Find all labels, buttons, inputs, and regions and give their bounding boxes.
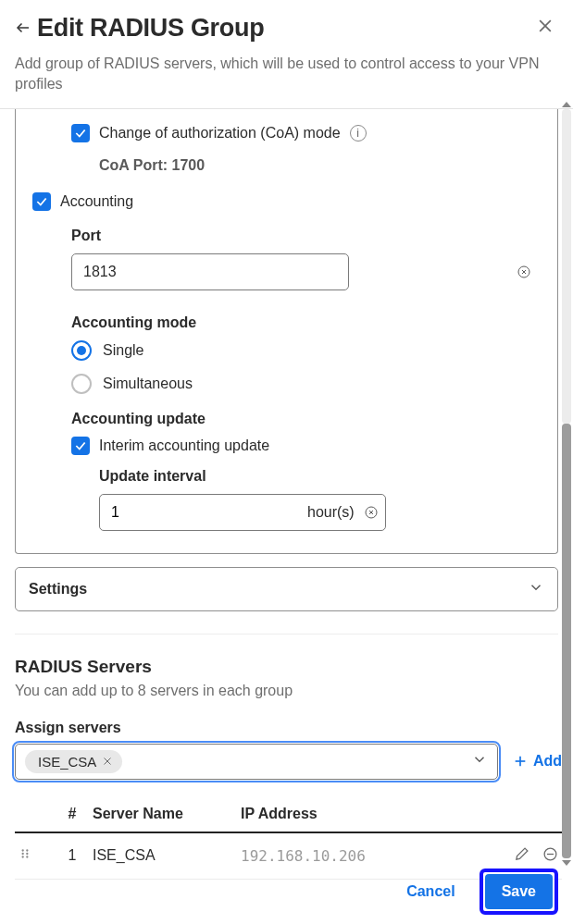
scrollbar[interactable] [562,109,571,858]
chevron-down-icon [528,579,544,599]
svg-point-13 [22,850,24,852]
accounting-port-input[interactable] [71,253,349,290]
port-label: Port [71,228,541,244]
chip-remove-icon[interactable] [102,754,113,770]
accounting-update-heading: Accounting update [71,411,541,427]
clear-icon[interactable] [364,505,379,520]
settings-accordion[interactable]: Settings [15,567,558,611]
assign-servers-combobox[interactable]: ISE_CSA [15,744,498,780]
save-highlight: Save [480,869,558,915]
svg-point-16 [26,853,28,855]
accounting-mode-simultaneous-radio[interactable] [71,374,92,394]
page-title: Edit RADIUS Group [37,14,264,43]
row-server-name: ISE_CSA [93,847,241,864]
drag-handle-icon[interactable] [19,847,52,864]
coa-port-text: CoA Port: 1700 [99,157,541,174]
settings-label: Settings [29,581,87,598]
accounting-checkbox[interactable] [32,192,51,211]
accounting-mode-label: Accounting mode [71,314,541,331]
col-server-name: Server Name [93,806,241,822]
accounting-mode-single-radio[interactable] [71,340,92,361]
accounting-mode-simultaneous-label: Simultaneous [103,376,193,392]
col-ip-address: IP Address [241,806,493,822]
svg-point-15 [22,853,24,855]
assign-servers-label: Assign servers [15,720,562,736]
clear-icon[interactable] [517,265,531,279]
row-ip-address: 192.168.10.206 [241,847,493,865]
server-chip-label: ISE_CSA [38,754,96,770]
interim-update-label: Interim accounting update [99,437,269,454]
add-server-label: Add [533,753,562,770]
coa-mode-checkbox[interactable] [71,124,90,142]
cancel-button[interactable]: Cancel [395,874,466,909]
coa-mode-label: Change of authorization (CoA) mode [99,125,341,142]
save-button[interactable]: Save [485,874,553,909]
update-interval-unit: hour(s) [307,504,355,521]
update-interval-input[interactable] [100,495,307,530]
update-interval-label: Update interval [99,468,541,485]
add-server-button[interactable]: Add [513,753,562,770]
row-index: 1 [52,847,93,864]
svg-point-14 [26,850,28,852]
remove-icon[interactable] [542,846,558,866]
page-subtitle: Add group of RADIUS servers, which will … [15,54,558,95]
info-icon[interactable]: i [350,125,367,142]
accounting-label: Accounting [60,193,133,210]
radius-servers-heading: RADIUS Servers [15,657,562,677]
edit-icon[interactable] [514,846,529,866]
close-icon[interactable] [532,13,558,43]
radius-servers-description: You can add up to 8 servers in each grou… [15,683,562,699]
chevron-down-icon [471,751,488,771]
col-index: # [52,806,93,822]
accounting-mode-single-label: Single [103,342,143,359]
server-chip: ISE_CSA [25,750,122,773]
svg-point-17 [22,856,24,858]
svg-point-18 [26,856,28,858]
interim-update-checkbox[interactable] [71,437,90,455]
back-arrow-icon[interactable] [15,19,31,36]
